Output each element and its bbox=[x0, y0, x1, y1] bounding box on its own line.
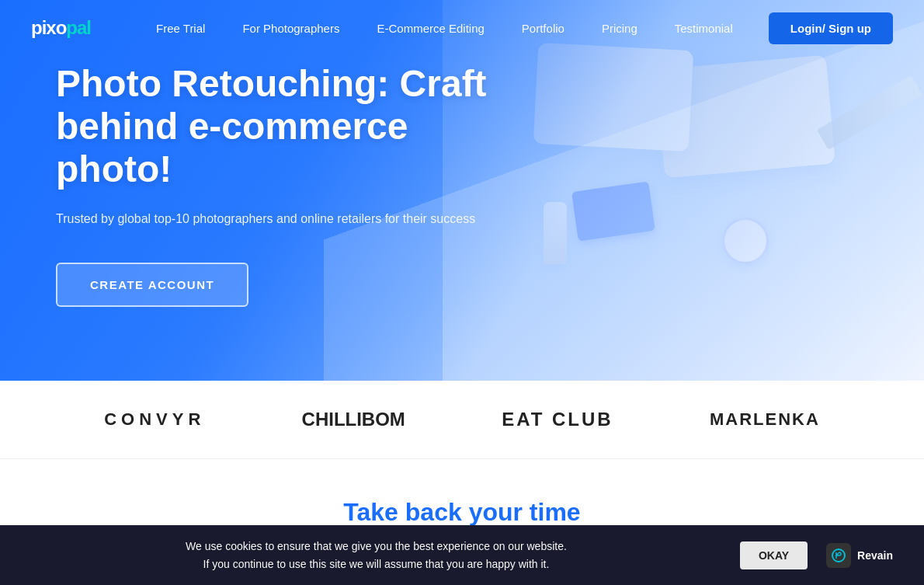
product-scissors bbox=[817, 75, 922, 150]
nav-link-testimonial[interactable]: Testimonial bbox=[656, 0, 752, 56]
cookie-banner: We use cookies to ensure that we give yo… bbox=[0, 525, 924, 550]
svg-point-0 bbox=[832, 549, 845, 550]
product-shoe-2 bbox=[533, 43, 694, 151]
nav-link-ecommerce[interactable]: E-Commerce Editing bbox=[358, 0, 502, 56]
takeback-title: Take back your time bbox=[56, 498, 868, 527]
hero-title: Photo Retouching: Craft behind e-commerc… bbox=[56, 62, 491, 191]
logo[interactable]: pixopal bbox=[31, 17, 91, 39]
revain-label: Revain bbox=[857, 549, 893, 550]
brand-chillibom: ChilliBOM bbox=[302, 409, 405, 430]
hero-section: Photo Retouching: Craft behind e-commerc… bbox=[0, 0, 924, 381]
hero-subtitle: Trusted by global top-10 photographers a… bbox=[56, 210, 491, 228]
revain-badge: Revain bbox=[826, 543, 893, 550]
brands-strip: CONVYR ChilliBOM EAT CLUB MARLENKA bbox=[0, 381, 924, 459]
brand-eatclub: EAT CLUB bbox=[502, 409, 613, 430]
product-shoe-1 bbox=[655, 55, 835, 179]
nav-link-photographers[interactable]: For Photographers bbox=[224, 0, 358, 56]
navbar: pixopal Free Trial For Photographers E-C… bbox=[0, 0, 924, 56]
create-account-button[interactable]: CREATE ACCOUNT bbox=[56, 263, 248, 307]
product-card bbox=[571, 181, 655, 241]
cookie-okay-button[interactable]: OKAY bbox=[740, 541, 808, 550]
revain-icon bbox=[826, 543, 851, 550]
hero-content: Photo Retouching: Craft behind e-commerc… bbox=[56, 47, 491, 307]
nav-link-pricing[interactable]: Pricing bbox=[583, 0, 656, 56]
cookie-line1: We use cookies to ensure that we give yo… bbox=[31, 538, 721, 550]
hero-products-decoration bbox=[443, 0, 924, 381]
nav-link-portfolio[interactable]: Portfolio bbox=[503, 0, 583, 56]
logo-text-part2: pal bbox=[66, 17, 91, 38]
product-watch bbox=[722, 218, 769, 264]
cookie-text: We use cookies to ensure that we give yo… bbox=[31, 538, 721, 550]
brand-convyr: CONVYR bbox=[104, 409, 205, 430]
brand-marlenka: MARLENKA bbox=[710, 409, 820, 430]
product-bottle bbox=[544, 202, 567, 264]
nav-links: Free Trial For Photographers E-Commerce … bbox=[137, 0, 769, 56]
logo-text-part1: pixo bbox=[31, 17, 66, 38]
nav-link-free-trial[interactable]: Free Trial bbox=[137, 0, 224, 56]
login-signup-button[interactable]: Login/ Sign up bbox=[769, 12, 893, 44]
